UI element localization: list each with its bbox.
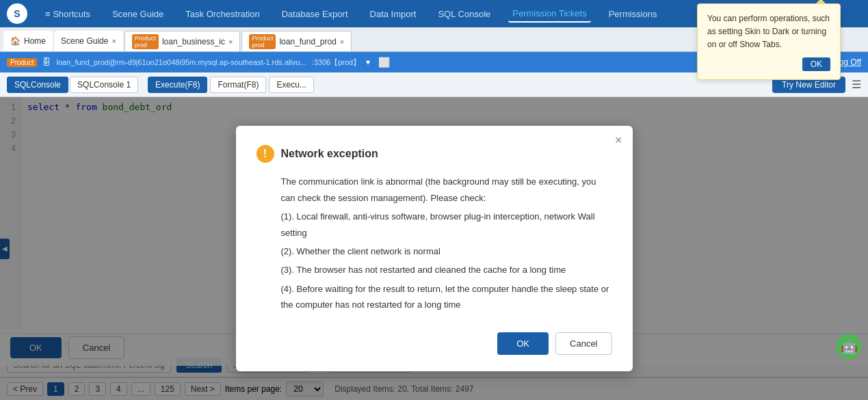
- avatar-icon: 🤖: [841, 338, 858, 355]
- sql-tabs: SQLConsole SQLConsole 1: [7, 77, 138, 93]
- dropdown-icon[interactable]: ▾: [366, 57, 370, 67]
- tab-product-2-close[interactable]: ×: [340, 38, 344, 46]
- dialog-item-1: (1). Local firewall, anti-virus software…: [281, 209, 612, 241]
- dialog-item-3: (3). The browser has not restarted and c…: [281, 262, 612, 278]
- dialog-body: The communication link is abnormal (the …: [257, 174, 612, 312]
- tooltip-popup: You can perform operations, such as sett…: [697, 3, 841, 80]
- tab-product-1-badge: Productprod: [132, 34, 159, 49]
- tab-scene-guide-label: Scene Guide: [61, 36, 108, 46]
- helper-avatar[interactable]: 🤖: [837, 334, 861, 359]
- editor-wrapper: ◀ 1 2 3 4 select * from bond_debt_ord: [0, 97, 868, 400]
- dialog-item-2: (2). Whether the client network is norma…: [281, 243, 612, 259]
- tab-product-1-label: loan_business_ic: [162, 37, 225, 46]
- tab-product-1-close[interactable]: ×: [228, 38, 233, 46]
- sql-tab-2[interactable]: SQLConsole 1: [70, 77, 138, 93]
- dialog-cancel-button[interactable]: Cancel: [555, 332, 611, 355]
- db-icon: 🗄: [42, 57, 51, 67]
- nav-database-export[interactable]: Database Export: [278, 6, 352, 22]
- tab-product-2-label: loan_fund_prod: [279, 37, 336, 46]
- tab-product-2-badge: Productprod: [249, 34, 276, 49]
- execute-button[interactable]: Execute(F8): [148, 77, 207, 93]
- dialog-title: Network exception: [281, 148, 378, 160]
- dialog-description: The communication link is abnormal (the …: [281, 174, 612, 206]
- connection-host: loan_fund_prod@rm-d9j61uo21o048i95m.mysq…: [56, 58, 306, 66]
- dialog-item-4: (4). Before waiting for the result to re…: [281, 281, 612, 313]
- nav-permission-tickets[interactable]: Permission Tickets: [508, 5, 590, 23]
- connection-port: :3306【prod】: [312, 57, 361, 68]
- tooltip-text: You can perform operations, such as sett…: [707, 14, 830, 49]
- tab-scene-guide-close[interactable]: ×: [111, 37, 116, 45]
- network-exception-dialog: × ! Network exception The communication …: [236, 126, 633, 371]
- main-layout: 🏠 Home Scene Guide × Productprod loan_bu…: [0, 27, 868, 400]
- tab-product-2[interactable]: Productprod loan_fund_prod ×: [241, 31, 352, 51]
- home-icon: 🏠: [10, 36, 21, 46]
- format-button[interactable]: Format(F8): [210, 77, 266, 93]
- tab-product-1[interactable]: Productprod loan_business_ic ×: [124, 31, 241, 51]
- tab-home[interactable]: 🏠 Home: [3, 31, 53, 51]
- nav-shortcuts[interactable]: ≡ Shortcuts: [41, 6, 94, 22]
- modal-overlay: × ! Network exception The communication …: [0, 97, 868, 400]
- dialog-ok-button[interactable]: OK: [497, 332, 549, 355]
- nav-task-orchestration[interactable]: Task Orchestration: [181, 6, 263, 22]
- warning-icon: !: [257, 145, 274, 163]
- sql-tab-1[interactable]: SQLConsole: [7, 77, 68, 93]
- tab-scene-guide[interactable]: Scene Guide ×: [54, 31, 123, 51]
- dialog-title-row: ! Network exception: [257, 145, 612, 163]
- toolbar-menu-icon[interactable]: ☰: [852, 78, 861, 91]
- nav-data-import[interactable]: Data Import: [366, 6, 421, 22]
- dialog-close-button[interactable]: ×: [615, 134, 622, 146]
- connection-badge: Product: [7, 58, 37, 67]
- expand-icon[interactable]: ⬜: [378, 57, 390, 68]
- tab-home-label: Home: [24, 36, 46, 46]
- nav-permissions[interactable]: Permissions: [605, 6, 661, 22]
- nav-sql-console[interactable]: SQL Console: [434, 6, 495, 22]
- tooltip-ok-button[interactable]: OK: [802, 57, 830, 71]
- nav-scene-guide[interactable]: Scene Guide: [108, 6, 168, 22]
- logo: S: [7, 3, 27, 24]
- execute-short-button[interactable]: Execu...: [269, 77, 313, 93]
- dialog-footer: OK Cancel: [257, 332, 612, 355]
